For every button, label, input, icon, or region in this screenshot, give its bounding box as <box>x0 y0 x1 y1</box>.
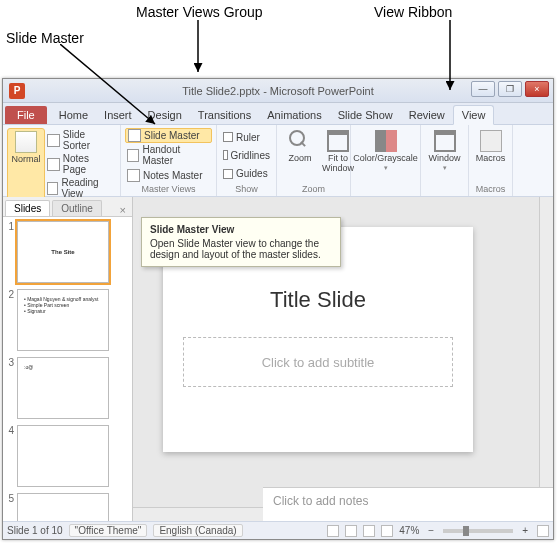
handout-master-button[interactable]: Handout Master <box>125 143 212 167</box>
thumbnail-list[interactable]: 1 The Site 2 • Magali Nguyen & signoff a… <box>3 217 132 521</box>
slide-title[interactable]: Title Slide <box>183 287 453 313</box>
status-bar: Slide 1 of 10 "Office Theme" English (Ca… <box>3 521 553 539</box>
close-pane-button[interactable]: × <box>114 204 132 216</box>
svg-line-0 <box>60 44 155 124</box>
notes-page-button[interactable]: Notes Page <box>45 152 116 176</box>
fit-slide-button[interactable] <box>537 525 549 537</box>
app-icon: P <box>9 83 25 99</box>
zoom-in-button[interactable]: + <box>519 525 531 536</box>
callout-text: View Ribbon <box>374 4 452 20</box>
tab-review[interactable]: Review <box>401 106 453 124</box>
notes-master-button[interactable]: Notes Master <box>125 168 212 183</box>
view-sorter-icon[interactable] <box>345 525 357 537</box>
slides-tab[interactable]: Slides <box>5 200 50 216</box>
zoom-out-button[interactable]: − <box>425 525 437 536</box>
fit-window-icon <box>327 130 349 152</box>
guides-checkbox[interactable]: Guides <box>221 167 272 180</box>
file-tab[interactable]: File <box>5 106 47 124</box>
checkbox-icon <box>223 150 228 160</box>
thumbnail-tabs: Slides Outline × <box>3 197 132 217</box>
status-theme: "Office Theme" <box>69 524 148 537</box>
color-grayscale-icon <box>375 130 397 152</box>
group-label: Master Views <box>125 183 212 195</box>
group-macros: Macros Macros <box>469 125 513 196</box>
group-label: Show <box>221 183 272 195</box>
checkbox-icon <box>223 169 233 179</box>
macros-button[interactable]: Macros <box>472 128 510 183</box>
group-show: Ruler Gridlines Guides Show <box>217 125 277 196</box>
notes-page-icon <box>47 158 60 171</box>
normal-icon <box>15 131 37 153</box>
view-reading-icon[interactable] <box>363 525 375 537</box>
group-zoom: Zoom Fit to Window Zoom <box>277 125 351 196</box>
tooltip-body: Open Slide Master view to change the des… <box>150 238 332 260</box>
handout-master-icon <box>127 149 139 162</box>
tab-view[interactable]: View <box>453 105 495 125</box>
maximize-button[interactable]: ❐ <box>498 81 522 97</box>
dropdown-arrow-icon: ▾ <box>384 164 388 172</box>
slide-master-tooltip: Slide Master View Open Slide Master view… <box>141 217 341 267</box>
notes-master-icon <box>127 169 140 182</box>
slide-sorter-icon <box>47 134 60 147</box>
macros-icon <box>480 130 502 152</box>
status-language[interactable]: English (Canada) <box>153 524 242 537</box>
view-normal-icon[interactable] <box>327 525 339 537</box>
thumbnail-4[interactable]: 4 <box>5 425 130 487</box>
view-slideshow-icon[interactable] <box>381 525 393 537</box>
ribbon: Normal Slide Sorter Notes Page Reading V… <box>3 125 553 197</box>
outline-tab[interactable]: Outline <box>52 200 102 216</box>
normal-view-button[interactable]: Normal <box>7 128 45 200</box>
callout-view-ribbon: View Ribbon <box>374 4 452 21</box>
minimize-button[interactable]: — <box>471 81 495 97</box>
gridlines-checkbox[interactable]: Gridlines <box>221 149 272 162</box>
zoom-icon <box>289 130 305 146</box>
callout-master-views-group: Master Views Group <box>136 4 263 21</box>
group-color-grayscale: Color/Grayscale ▾ <box>351 125 421 196</box>
close-button[interactable]: × <box>525 81 549 97</box>
callout-text: Master Views Group <box>136 4 263 20</box>
zoom-button[interactable]: Zoom <box>281 128 319 183</box>
thumbnail-1[interactable]: 1 The Site <box>5 221 130 283</box>
group-label: Macros <box>473 183 508 195</box>
status-zoom-value[interactable]: 47% <box>399 525 419 536</box>
ruler-checkbox[interactable]: Ruler <box>221 131 272 144</box>
group-window: Window ▾ <box>421 125 469 196</box>
tab-animations[interactable]: Animations <box>259 106 329 124</box>
tab-slide-show[interactable]: Slide Show <box>330 106 401 124</box>
window-title: Title Slide2.pptx - Microsoft PowerPoint <box>182 85 374 97</box>
arrow-slide-master <box>60 44 180 134</box>
notes-pane[interactable]: Click to add notes <box>263 487 553 521</box>
arrow-master-views <box>194 20 214 78</box>
zoom-slider[interactable] <box>443 529 513 533</box>
thumbnail-5[interactable]: 5 <box>5 493 130 521</box>
window-buttons: — ❐ × <box>471 81 549 97</box>
group-master-views: Slide Master Handout Master Notes Master… <box>121 125 217 196</box>
checkbox-icon <box>223 132 233 142</box>
arrow-view-ribbon <box>446 20 466 96</box>
slide-subtitle-placeholder[interactable]: Click to add subtitle <box>183 337 453 387</box>
tab-transitions[interactable]: Transitions <box>190 106 259 124</box>
group-presentation-views: Normal Slide Sorter Notes Page Reading V… <box>3 125 121 196</box>
thumbnail-2[interactable]: 2 • Magali Nguyen & signoff analyst • Si… <box>5 289 130 351</box>
thumbnail-3[interactable]: 3 :o@ <box>5 357 130 419</box>
reading-view-icon <box>47 182 58 195</box>
status-slide-count: Slide 1 of 10 <box>7 525 63 536</box>
window-button[interactable]: Window ▾ <box>425 128 464 183</box>
color-grayscale-button[interactable]: Color/Grayscale ▾ <box>355 128 416 183</box>
thumbnail-pane: Slides Outline × 1 The Site 2 • Magali N… <box>3 197 133 521</box>
vertical-scrollbar[interactable] <box>539 197 553 521</box>
dropdown-arrow-icon: ▾ <box>443 164 447 172</box>
window-icon <box>434 130 456 152</box>
powerpoint-window: P Title Slide2.pptx - Microsoft PowerPoi… <box>2 78 554 540</box>
tooltip-title: Slide Master View <box>150 224 332 235</box>
group-label: Zoom <box>281 183 346 195</box>
